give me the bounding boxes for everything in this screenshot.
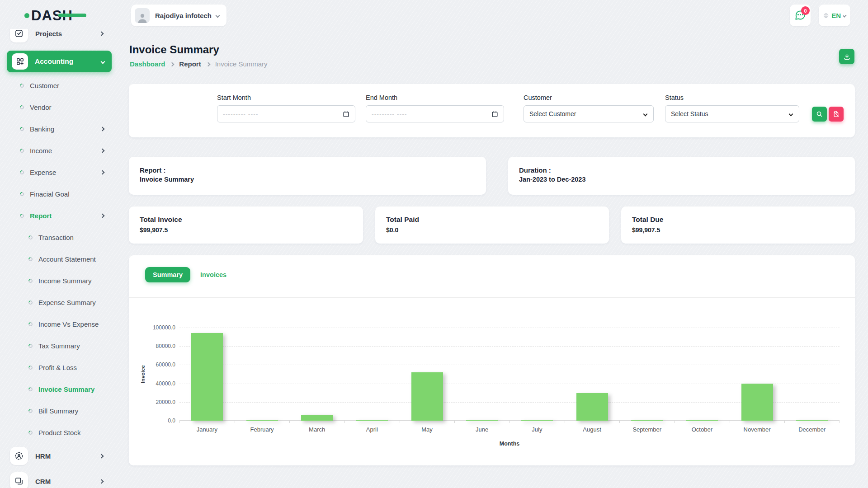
start-month-input[interactable]: --------- ---- [217,105,355,122]
chat-badge: 0 [801,6,810,15]
sidebar-item-label: Tax Summary [38,342,80,350]
language-selector[interactable]: EN [819,5,850,26]
bullet-icon [19,148,25,154]
bar-june[interactable] [466,420,498,421]
sidebar-item-bill-summary[interactable]: Bill Summary [0,400,118,422]
bar-september[interactable] [631,420,663,421]
bar-january[interactable] [191,333,223,421]
sidebar: DASH Projects Acc [0,0,118,488]
bullet-icon [28,408,33,414]
gridline [179,346,840,347]
sidebar-item-label: CRM [35,478,51,485]
total-card-total-due: Total Due$99,907.5 [621,206,855,244]
file-off-icon [833,111,840,117]
bar-february[interactable] [246,420,278,421]
y-tick-label: 0.0 [168,418,175,424]
month-label-january: January [179,426,235,433]
month-label-november: November [730,426,785,433]
avatar [135,8,150,23]
bar-november[interactable] [741,384,773,421]
total-label: Total Paid [386,216,598,224]
month-label-october: October [675,426,730,433]
chevron-right-icon [99,454,104,458]
bullet-icon [28,256,33,262]
sidebar-item-hrm[interactable]: HRM [0,443,118,469]
sidebar-item-label: Invoice Summary [38,385,94,393]
sidebar-item-income-vs-expense[interactable]: Income Vs Expense [0,313,118,335]
tab-invoices[interactable]: Invoices [200,271,226,278]
sidebar-item-report[interactable]: Report [0,205,118,226]
bar-may[interactable] [411,372,443,421]
report-card-title: Report : [140,166,475,174]
crm-squares-icon [10,472,28,488]
month-label-february: February [235,426,290,433]
bullet-icon [19,191,25,197]
sidebar-item-product-stock[interactable]: Product Stock [0,422,118,443]
x-tick-mark [454,421,455,423]
month-label-may: May [400,426,455,433]
chevron-right-icon [100,170,105,174]
breadcrumb-report[interactable]: Report [179,60,201,68]
customer-select[interactable]: Select Customer [524,105,654,122]
y-tick-label: 60000.0 [156,361,175,368]
sidebar-item-label: Customer [30,82,59,89]
brand-logo[interactable]: DASH [24,7,73,23]
download-button[interactable] [839,49,854,64]
sidebar-group-accounting[interactable]: Accounting [7,51,112,72]
sidebar-item-tax-summary[interactable]: Tax Summary [0,335,118,357]
breadcrumb-dashboard[interactable]: Dashboard [130,60,165,68]
end-month-label: End Month [366,94,504,101]
bar-august[interactable] [576,393,608,421]
workspace-selector[interactable]: Rajodiya infotech [131,5,226,26]
bullet-icon [28,300,33,305]
sidebar-item-label: Finacial Goal [30,190,70,198]
y-tick-label: 80000.0 [156,343,175,349]
total-card-total-paid: Total Paid$0.0 [375,206,609,244]
start-month-label: Start Month [217,94,355,101]
messages-button[interactable]: 0 [790,5,811,26]
sidebar-item-label: Bill Summary [38,407,78,415]
sidebar-item-banking[interactable]: Banking [0,118,118,140]
bar-july[interactable] [521,420,553,421]
x-tick-mark [675,421,675,423]
sidebar-item-invoice-summary[interactable]: Invoice Summary [0,378,118,400]
sidebar-item-projects[interactable]: Projects [0,29,118,44]
bar-march[interactable] [301,415,333,421]
sidebar-item-expense[interactable]: Expense [0,161,118,183]
sidebar-item-account-statement[interactable]: Account Statement [0,248,118,270]
total-value: $99,907.5 [632,226,844,234]
chevron-right-icon [206,62,210,66]
bullet-icon [28,278,33,284]
bar-april[interactable] [356,420,388,421]
sidebar-item-income-summary[interactable]: Income Summary [0,270,118,291]
gridline [179,328,840,328]
sidebar-item-label: Vendor [30,103,52,111]
total-label: Total Invoice [140,216,352,224]
sidebar-item-customer[interactable]: Customer [0,75,118,96]
bar-december[interactable] [796,420,828,421]
sidebar-group-label: Accounting [35,57,73,66]
end-month-input[interactable]: --------- ---- [366,105,504,122]
sidebar-item-profit-loss[interactable]: Profit & Loss [0,357,118,378]
sidebar-item-transaction[interactable]: Transaction [0,226,118,248]
sidebar-item-expense-summary[interactable]: Expense Summary [0,291,118,313]
bullet-icon [28,343,33,349]
sidebar-item-income[interactable]: Income [0,140,118,161]
status-select[interactable]: Select Status [665,105,799,122]
x-tick-mark [619,421,620,423]
x-tick-mark [235,421,235,423]
total-value: $0.0 [386,226,598,234]
download-icon [843,53,851,61]
apply-filter-button[interactable] [812,107,827,122]
reset-filter-button[interactable] [829,107,844,122]
sidebar-item-crm[interactable]: CRM [0,469,118,488]
sidebar-item-vendor[interactable]: Vendor [0,96,118,118]
tab-summary[interactable]: Summary [145,267,190,282]
sidebar-nav: Projects Accounting CustomerVendorBankin… [0,29,118,488]
language-code: EN [831,12,841,19]
sidebar-item-finacial-goal[interactable]: Finacial Goal [0,183,118,205]
bar-october[interactable] [686,420,718,421]
chevron-right-icon [100,127,105,131]
month-label-april: April [344,426,400,433]
y-tick-label: 20000.0 [156,399,175,405]
